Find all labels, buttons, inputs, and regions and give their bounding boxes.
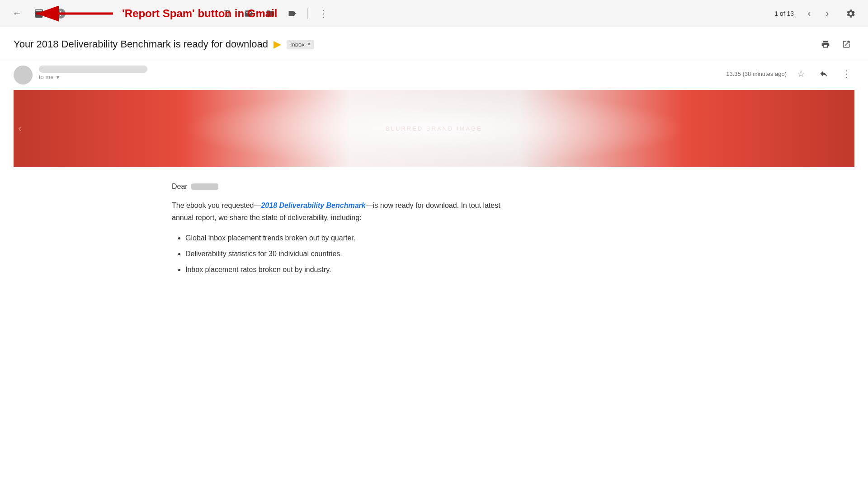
pagination-text: 1 of 13	[774, 10, 794, 17]
body-intro-text: The ebook you requested—	[172, 202, 261, 209]
subject-left: Your 2018 Deliverability Benchmark is re…	[14, 38, 817, 50]
bullet-item-1: Global inbox placement trends broken out…	[185, 232, 854, 244]
next-email-button[interactable]: ›	[819, 5, 835, 22]
reply-button[interactable]	[816, 66, 832, 82]
archive-button[interactable]	[31, 5, 47, 22]
bullet-item-2: Deliverability statistics for 30 individ…	[185, 248, 854, 260]
reply-icon	[819, 69, 828, 78]
important-marker-icon: ▶	[274, 38, 281, 50]
email-timestamp: 13:35 (38 minutes ago)	[726, 70, 787, 77]
bullet-2-text: Deliverability statistics for 30 individ…	[185, 250, 342, 258]
star-button[interactable]: ☆	[793, 66, 809, 82]
more-options-button[interactable]: ⋮	[315, 5, 331, 22]
bullet-3-text: Inbox placement rates broken out by indu…	[185, 266, 331, 273]
print-icon	[821, 40, 830, 49]
mail-icon	[244, 9, 253, 18]
email-subject-bar: Your 2018 Deliverability Benchmark is re…	[0, 27, 868, 60]
inbox-label: Inbox	[290, 41, 305, 48]
more-dots-icon: ⋮	[319, 8, 328, 19]
banner-brand-text: BLURRED BRAND IMAGE	[386, 125, 482, 132]
open-new-icon	[842, 40, 851, 49]
body-paragraph: The ebook you requested—2018 Deliverabil…	[172, 200, 515, 224]
prev-email-button[interactable]: ‹	[801, 5, 817, 22]
more-actions-button[interactable]: ⋮	[838, 66, 854, 82]
email-banner: BLURRED BRAND IMAGE ‹	[14, 90, 854, 167]
settings-button[interactable]	[843, 5, 859, 22]
prev-icon: ‹	[808, 8, 811, 19]
recipient-name-blurred	[191, 183, 218, 190]
pagination-nav: ‹ ›	[801, 5, 835, 22]
labels-button[interactable]	[284, 5, 300, 22]
move-to-button[interactable]	[262, 5, 278, 22]
email-subject: Your 2018 Deliverability Benchmark is re…	[14, 38, 268, 50]
settings-icon	[846, 9, 856, 19]
bullet-item-3: Inbox placement rates broken out by indu…	[185, 263, 854, 276]
delete-button[interactable]	[219, 5, 235, 22]
sender-left: to me ▼	[14, 66, 147, 84]
spam-icon: !	[56, 9, 66, 19]
back-icon: ←	[12, 8, 22, 19]
to-me-dropdown[interactable]: to me ▼	[39, 74, 147, 80]
sender-avatar	[14, 66, 33, 84]
inbox-badge-close[interactable]: ×	[307, 41, 311, 47]
open-new-window-button[interactable]	[838, 36, 854, 52]
feature-list: Global inbox placement trends broken out…	[185, 232, 854, 276]
link-label: 2018 Deliverability Benchmark	[261, 202, 365, 209]
email-body: Dear The ebook you requested—2018 Delive…	[0, 167, 868, 292]
banner-prev-icon[interactable]: ‹	[18, 122, 22, 135]
more-vert-icon: ⋮	[842, 68, 851, 79]
sender-name-blurred	[39, 66, 147, 73]
toolbar-right: 1 of 13 ‹ ›	[774, 5, 859, 22]
separator-1	[307, 8, 308, 19]
label-icon	[288, 9, 297, 18]
star-icon: ☆	[797, 68, 805, 79]
mark-unread-button[interactable]	[241, 5, 257, 22]
bullet-1-text: Global inbox placement trends broken out…	[185, 234, 355, 242]
archive-icon	[34, 9, 44, 19]
toolbar-left: ← ! 'Report Spam	[9, 5, 774, 22]
move-icon	[266, 9, 275, 18]
ebook-link[interactable]: 2018 Deliverability Benchmark	[261, 202, 365, 209]
delete-icon	[222, 9, 231, 18]
report-spam-button[interactable]: !	[52, 5, 69, 22]
dropdown-arrow-icon: ▼	[56, 75, 61, 80]
dear-label: Dear	[172, 180, 188, 192]
print-button[interactable]	[817, 36, 834, 52]
dear-line: Dear	[172, 180, 854, 192]
sender-right: 13:35 (38 minutes ago) ☆ ⋮	[726, 66, 854, 82]
sender-row: to me ▼ 13:35 (38 minutes ago) ☆ ⋮	[0, 60, 868, 90]
inbox-badge: Inbox ×	[287, 40, 314, 49]
sender-info: to me ▼	[39, 66, 147, 80]
back-button[interactable]: ←	[9, 5, 25, 22]
email-toolbar: ← ! 'Report Spam	[0, 0, 868, 27]
to-me-label: to me	[39, 74, 54, 80]
subject-right	[817, 36, 854, 52]
next-icon: ›	[826, 8, 829, 19]
